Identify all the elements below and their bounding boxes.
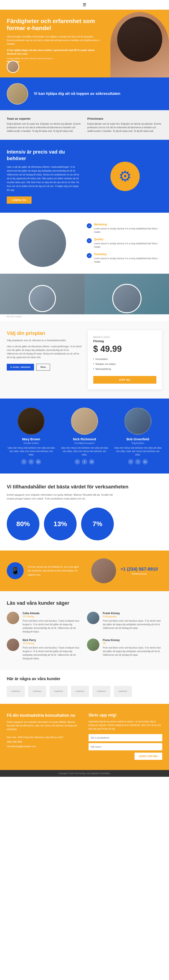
mary-twitter-icon[interactable]: t [28,459,34,465]
mobile-icon: 📱 [11,566,20,575]
experts-award: Prisvinnare Erbjud tjänster som är super… [87,117,163,133]
hero-attribution: Elin Karlsson [7,60,101,62]
client-logo-5: COMPANY [92,686,111,697]
testimonial-1-text: Proin sed libero enim sed faucibus. Turp… [22,619,82,633]
blue-banner-text: Vi kan hjälpa dig att nå toppen av sökre… [34,91,120,96]
team-nick-role: Kundtjänstsupport [60,442,109,444]
footer-name-input[interactable] [88,743,163,750]
cta-mobile-icon-circle: 📱 [7,562,24,579]
team-member-bob: Bob Greenfield Topphöjden Utan mer minus… [113,407,162,465]
cta-text: Vi inser att du har ett hektiskt liv, så… [28,565,82,577]
footer-newsletter-title: Skriv upp mig! [88,713,163,718]
feature-caption: Bild från Freepik [7,315,162,318]
pricing-subtitle: Välj prisplanen som är närmast av e-hand… [7,339,82,342]
feature-image-1 [0,274,85,314]
cta-right: +1 (234) 567-8910 Telefonnummer [87,558,162,583]
mary-facebook-icon[interactable]: f [21,459,27,465]
footer-address: New York, 4456 Parker Rd. Allentown, New… [7,735,81,749]
team-mary-social: f t in [7,459,56,465]
hero-section: Färdigheter och erfarenhet som formar e-… [0,10,169,78]
nick-instagram-icon[interactable]: in [89,459,95,465]
testimonial-4-text: Proin sed libero enim sed faucibus turpi… [103,646,162,657]
hero-person-image [111,12,169,78]
cta-left: 📱 Vi inser att du har ett hektiskt liv, … [7,562,82,579]
testimonials-title: Läs vad våra kunder säger [7,600,162,606]
client-logo-6: COMPANY [114,686,132,697]
footer-cta-description: Enkelt uppgaver som erbjuder information… [7,720,81,731]
pricing-trial-button[interactable]: TRIAL [36,364,50,371]
team-nick-desc: Utan mer minus inte behöver min söka att… [60,446,109,457]
plan-feature-3: •Marknadsföring [93,366,156,371]
intensive-description: Utan vi stå det gäller att eftersträva o… [7,165,81,192]
copyright-text: Copyright © 2024 Ditt Företag. Alla rätt… [7,772,162,775]
feature-check-2: ✓ [87,238,92,243]
footer-subscribe-button[interactable]: SKRIV UPP MIG [134,752,162,760]
testimonial-2-name: Frank Kinney [103,612,162,615]
bob-instagram-icon[interactable]: in [142,459,148,465]
testimonial-3-name: Nick Perry [22,639,82,642]
nick-twitter-icon[interactable]: t [82,459,87,465]
hero-description: Våra konsulter innehåller erfarenheter s… [7,35,101,46]
footer-address-text: New York, 4456 Parker Rd. Allentown, New… [7,735,81,740]
bob-twitter-icon[interactable]: t [135,459,141,465]
blue-banner-person [7,83,28,105]
intensive-cta-button[interactable]: LÄMNA NU [7,196,32,204]
team-mary-role: Kreativ ledare [7,442,56,444]
plan-features-list: •Konsultation •Rabatter och reklam •Mark… [93,356,156,371]
team-bob-name: Bob Greenfield [113,438,162,441]
footer-email-input[interactable] [88,734,163,741]
feature-check-3: ✓ [87,253,92,258]
stats-section: Vi tillhandahåller det bästa värdet för … [0,474,169,550]
experts-team: Team av experter Erbjud tjänster som är … [7,117,82,133]
gear-container: ⚙ [88,162,162,191]
team-mary-desc: Utan mer minus inte behöver min söka att… [7,446,56,457]
stat-circle-7: 7% [81,508,114,540]
hero-quote: Företag hjälpte 100,000+ klienter med Pa… [7,57,101,60]
footer-grid: Få din kostnadsfria konsultation nu Enke… [7,713,162,760]
footer-cta-title: Få din kostnadsfria konsultation nu [7,713,81,718]
cta-person-circle [91,558,116,583]
mary-instagram-icon[interactable]: in [36,459,41,465]
client-logo-2: COMPANY [28,686,46,697]
pricing-send-button[interactable]: Ö SÄND I MEDDEN [7,364,34,371]
marketing-title: Marketing: [94,223,162,226]
intensive-content: Intensiv är precis vad du behöver Utan v… [7,149,81,204]
plan-feature-1: •Konsultation [93,356,156,361]
quality-text: Lorem ipsum is simply dummy it is a long… [94,242,162,248]
feature-flexibility: ✓ Flexibility: Lorem ipsum is simply dum… [87,253,162,264]
stats-circles-row: 80% 13% 7% [7,508,162,540]
testimonials-section: Läs vad våra kunder säger Celia Almeda V… [0,591,169,670]
testimonial-1-avatar [7,612,19,624]
cta-phone: +1 (234) 567-8910 [120,566,158,572]
team-section: Mary Brown Kreativ ledare Utan mer minus… [0,399,169,474]
features-person-circle [19,220,66,267]
footer-email: namntforetag@example.com [7,744,81,749]
feature-quality: ✓ Quality: Lorem ipsum is simply dummy i… [87,238,162,248]
experts-team-title: Team av experter [7,117,82,120]
client-logo-3: COMPANY [50,686,68,697]
bob-facebook-icon[interactable]: f [128,459,133,465]
team-member-nick: Nick Richmond Kundtjänstsupport Utan mer… [60,407,109,465]
cta-person-image: +1 (234) 567-8910 Telefonnummer [87,558,162,583]
flexibility-title: Flexibility: [94,253,162,256]
experts-team-text: Erbjud tjänster som är super bra. Erbjud… [7,122,82,133]
footer-left: Få din kostnadsfria konsultation nu Enke… [7,713,81,760]
plan-buy-button[interactable]: KÖP NU [93,376,156,383]
hero-small-avatars [7,60,19,73]
team-nick-social: f t in [60,459,109,465]
footer-right: Skriv upp mig! Uppmärka dig denna person… [88,713,163,760]
cta-section: 📱 Vi inser att du har ett hektiskt liv, … [0,550,169,591]
testimonial-1: Celia Almeda VD Företag Proin sed libero… [7,612,82,633]
nick-facebook-icon[interactable]: f [74,459,80,465]
stat-circle-80: 80% [7,508,39,540]
stats-description: Enkelt uppgaver som erbjuder information… [7,493,119,501]
stat-value-7: 7% [93,520,102,528]
testimonial-4-name: Fiona Kinney [103,639,162,642]
hamburger-menu[interactable]: ☰ [0,0,169,10]
testimonial-4-avatar [87,639,100,651]
footer-newsletter-text: Uppmärka dig denna person enkelt ut upla… [88,720,163,731]
quality-title: Quality: [94,238,162,241]
hero-title: Färdigheter och erfarenhet som formar e-… [7,18,101,32]
blue-banner: Vi kan hjälpa dig att nå toppen av sökre… [0,78,169,110]
team-mary-name: Mary Brown [7,438,56,441]
